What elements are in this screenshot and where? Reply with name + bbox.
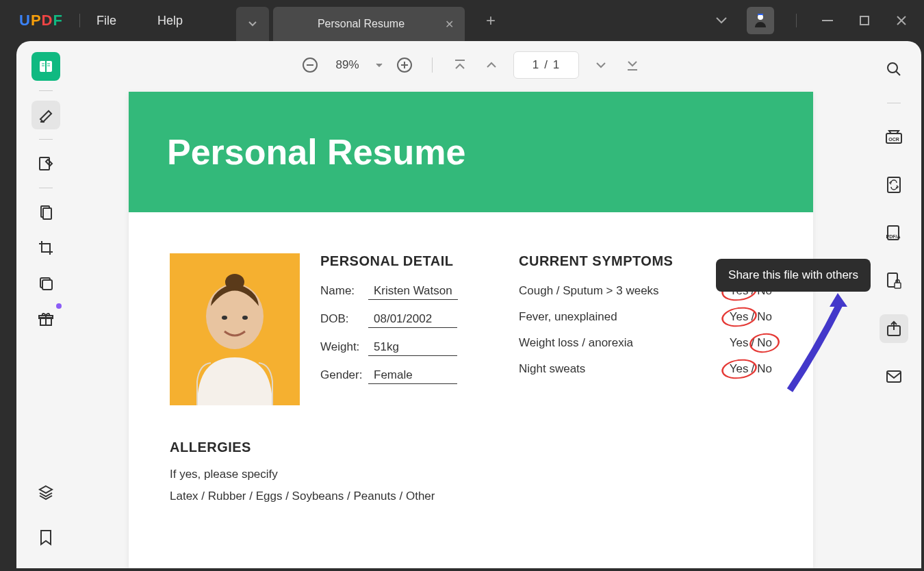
right-sidebar: OCR PDF/A xyxy=(867,41,921,568)
window-maximize-button[interactable] xyxy=(856,12,873,29)
name-field[interactable]: Kristen Watson xyxy=(368,284,458,300)
name-line: Name: Kristen Watson xyxy=(320,284,478,300)
zoom-level: 89% xyxy=(332,58,363,72)
chevron-down-icon xyxy=(595,61,607,69)
tab-close-button[interactable]: ✕ xyxy=(445,18,454,31)
share-tooltip: Share this file with others xyxy=(716,259,871,292)
pen-paper-icon xyxy=(38,155,54,172)
bookmark-button[interactable] xyxy=(31,523,60,552)
edit-tool-button[interactable] xyxy=(31,149,60,178)
email-button[interactable] xyxy=(880,362,908,391)
window-minimize-button[interactable] xyxy=(819,12,836,29)
svg-point-0 xyxy=(758,14,763,20)
crop-tool-button[interactable] xyxy=(31,233,60,262)
detail-row: PERSONAL DETAIL Name: Kristen Watson DOB… xyxy=(170,253,772,405)
allergies-heading: ALLERGIES xyxy=(170,440,772,455)
notification-dot xyxy=(56,303,62,309)
no-option[interactable]: No xyxy=(757,362,772,376)
svg-point-27 xyxy=(222,316,227,320)
svg-rect-3 xyxy=(860,16,869,25)
tab-dropdown[interactable] xyxy=(236,7,269,41)
reader-mode-button[interactable] xyxy=(31,52,60,81)
left-sidebar-bottom xyxy=(31,478,60,552)
gender-field[interactable]: Female xyxy=(368,368,457,384)
main: 89% 1 / 1 xyxy=(16,41,921,568)
avatar-icon xyxy=(752,12,769,29)
allergies: ALLERGIES If yes, please specify Latex /… xyxy=(170,440,772,503)
search-button[interactable] xyxy=(880,55,908,84)
titlebar-right xyxy=(715,7,910,34)
app-logo: UPDF xyxy=(19,12,63,29)
prev-page-button[interactable] xyxy=(482,55,501,75)
tabs: Personal Resume ✕ + xyxy=(236,0,504,41)
dob-field[interactable]: 08/01/2002 xyxy=(368,312,457,328)
symptom-line: Weight loss / anorexiaYes / No xyxy=(519,336,772,350)
convert-icon xyxy=(886,176,901,194)
last-page-button[interactable] xyxy=(623,55,642,75)
profile-photo xyxy=(170,253,300,405)
person-illustration xyxy=(177,268,293,405)
current-page: 1 xyxy=(532,58,539,72)
menu-help[interactable]: Help xyxy=(157,14,183,28)
yes-option[interactable]: Yes xyxy=(730,336,749,350)
first-page-icon xyxy=(454,59,466,71)
menu-file[interactable]: File xyxy=(97,14,116,28)
watermark-button[interactable] xyxy=(31,269,60,298)
user-avatar[interactable] xyxy=(747,7,774,34)
symptom-text: Fever, unexplained xyxy=(519,310,617,324)
layers-panel-button[interactable] xyxy=(31,478,60,507)
symptom-text: Cough / Sputum > 3 weeks xyxy=(519,284,659,298)
pin-dropdown[interactable] xyxy=(715,16,728,25)
separator xyxy=(887,103,901,103)
share-button[interactable] xyxy=(880,314,908,343)
maximize-icon xyxy=(860,16,869,25)
zoom-in-button[interactable] xyxy=(395,55,414,75)
book-icon xyxy=(38,59,53,74)
separator xyxy=(39,90,53,91)
yes-option[interactable]: Yes xyxy=(730,310,749,324)
rewards-button[interactable] xyxy=(31,305,60,333)
personal-details: PERSONAL DETAIL Name: Kristen Watson DOB… xyxy=(320,253,478,405)
close-icon xyxy=(897,16,906,25)
organize-pages-button[interactable] xyxy=(31,198,60,227)
divider xyxy=(79,14,80,27)
symptom-text: Night sweats xyxy=(519,362,585,376)
window-close-button[interactable] xyxy=(893,12,910,29)
chevron-down-icon xyxy=(715,16,728,25)
ocr-button[interactable]: OCR xyxy=(880,123,908,151)
allergy-line-2: Latex / Rubber / Eggs / Soybeans / Peanu… xyxy=(170,490,772,503)
gift-icon xyxy=(38,311,54,327)
convert-button[interactable] xyxy=(880,170,908,199)
first-page-button[interactable] xyxy=(450,55,470,75)
yes-option[interactable]: Yes xyxy=(730,362,749,376)
search-icon xyxy=(886,61,902,77)
svg-point-25 xyxy=(206,283,264,349)
layers-icon xyxy=(38,275,54,292)
page-number-input[interactable]: 1 / 1 xyxy=(513,51,579,79)
svg-text:PDF/A: PDF/A xyxy=(886,234,901,239)
zoom-out-button[interactable] xyxy=(300,55,320,75)
zoom-dropdown[interactable] xyxy=(376,63,383,67)
tab-new-button[interactable]: + xyxy=(477,7,504,34)
svg-rect-2 xyxy=(822,20,833,21)
highlight-tool-button[interactable] xyxy=(31,101,60,129)
crop-icon xyxy=(38,240,54,256)
next-page-button[interactable] xyxy=(591,55,611,75)
no-option[interactable]: No xyxy=(757,336,772,350)
tab-active[interactable]: Personal Resume ✕ xyxy=(273,7,465,41)
protect-button[interactable] xyxy=(880,266,908,295)
minimize-icon xyxy=(822,20,833,21)
document-viewport[interactable]: Personal Resume xyxy=(75,89,867,568)
pdfa-button[interactable]: PDF/A xyxy=(880,218,908,247)
weight-line: Weight: 51kg xyxy=(320,340,478,356)
annotation-arrow xyxy=(776,288,858,397)
share-icon xyxy=(886,320,901,337)
tab-title: Personal Resume xyxy=(284,18,438,30)
no-option[interactable]: No xyxy=(757,310,772,324)
separator xyxy=(39,188,53,188)
weight-field[interactable]: 51kg xyxy=(368,340,457,356)
lock-file-icon xyxy=(886,272,901,290)
separator xyxy=(39,139,53,140)
svg-rect-12 xyxy=(43,208,51,219)
svg-text:OCR: OCR xyxy=(888,137,899,142)
